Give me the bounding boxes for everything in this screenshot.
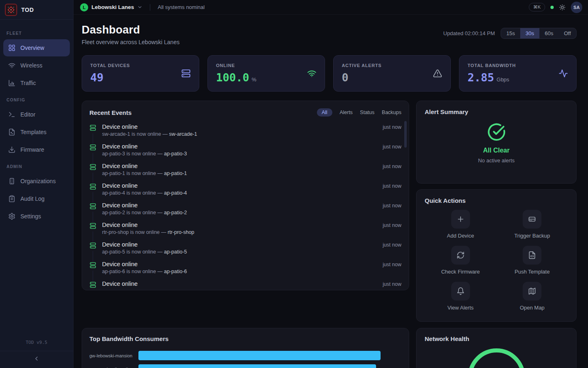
- sidebar-item-label: Settings: [20, 213, 41, 220]
- event-detail: ap-patio-6 is now online — ap-patio-6: [102, 269, 187, 274]
- stat-label: TOTAL DEVICES: [90, 63, 130, 68]
- quick-actions-card: Quick Actions Add Device: [416, 189, 577, 322]
- event-separator: —: [158, 171, 163, 176]
- filter-alerts[interactable]: Alerts: [340, 110, 353, 115]
- event-time: just now: [383, 202, 401, 209]
- event-title: Device online: [102, 280, 138, 287]
- sidebar-item-label: Overview: [20, 45, 44, 51]
- alert-status-text: All Clear: [483, 147, 510, 154]
- stat-label: TOTAL BANDWIDTH: [468, 63, 516, 68]
- bandwidth-consumers-card: Top Bandwidth Consumers gw-lebowski-mans…: [82, 328, 409, 368]
- wifi-icon: [307, 69, 316, 78]
- server-icon: [181, 69, 191, 78]
- bar-chart-icon: [8, 79, 16, 87]
- add-device-button[interactable]: Add Device: [425, 210, 497, 239]
- event-row: Device onlineap-patio-5 is now online — …: [82, 238, 409, 258]
- filter-all[interactable]: All: [317, 108, 332, 117]
- server-icon: [89, 164, 97, 171]
- trigger-backup-button[interactable]: Trigger Backup: [497, 210, 568, 239]
- quick-action-label: Trigger Backup: [514, 233, 550, 239]
- sidebar-item-firmware[interactable]: Firmware: [3, 141, 70, 158]
- server-icon: [89, 124, 97, 131]
- event-device: ap-patio-5: [164, 249, 187, 255]
- server-icon: [89, 262, 97, 269]
- event-row: Device onlineap-patio-4 is now online — …: [82, 180, 409, 199]
- event-row: Device onlineap-patio-2 is now online — …: [82, 199, 409, 219]
- org-name: Lebowski Lanes: [91, 4, 134, 10]
- event-time: just now: [383, 261, 401, 267]
- event-time: just now: [383, 280, 401, 287]
- sidebar-item-traffic[interactable]: Traffic: [3, 74, 70, 92]
- app-logo-icon: [5, 4, 17, 16]
- plus-icon: [451, 210, 470, 229]
- event-title: Device online: [102, 143, 187, 150]
- check-firmware-button[interactable]: Check Firmware: [425, 246, 497, 275]
- bandwidth-row-label: sw-core-bowling-alley: [89, 367, 135, 368]
- events-scrollbar[interactable]: [404, 121, 407, 148]
- event-separator: —: [158, 190, 163, 196]
- user-avatar[interactable]: SA: [571, 2, 582, 13]
- page-subtitle: Fleet overview across Lebowski Lanes: [82, 39, 180, 45]
- recent-events-card: Recent Events All Alerts Status Backups …: [82, 101, 409, 290]
- logo-row: TOD: [0, 0, 73, 20]
- event-time: just now: [383, 163, 401, 169]
- sidebar-item-wireless[interactable]: Wireless: [3, 57, 70, 74]
- activity-icon: [559, 69, 568, 78]
- event-title: Device online: [102, 222, 194, 228]
- sidebar-item-label: Firmware: [20, 146, 44, 153]
- event-row: Device online just now: [82, 278, 409, 290]
- sun-icon: [559, 4, 566, 11]
- filter-backups[interactable]: Backups: [382, 110, 401, 115]
- event-detail: ap-patio-4 is now online — ap-patio-4: [102, 190, 187, 196]
- refresh-30s-button[interactable]: 30s: [520, 28, 539, 38]
- sidebar-item-overview[interactable]: Overview: [3, 39, 70, 56]
- server-icon: [89, 144, 97, 151]
- quick-action-label: Check Firmware: [441, 269, 480, 275]
- push-template-button[interactable]: Push Template: [497, 246, 568, 275]
- stat-unit: %: [252, 76, 256, 83]
- hard-drive-icon: [523, 210, 541, 229]
- org-avatar: L: [80, 3, 88, 11]
- sidebar-item-label: Traffic: [20, 80, 36, 86]
- sidebar-item-templates[interactable]: Templates: [3, 123, 70, 141]
- sidebar-nav: FLEET Overview Wireless Traffic CONFIG: [0, 20, 73, 336]
- open-map-button[interactable]: Open Map: [497, 282, 568, 311]
- event-separator: —: [158, 210, 163, 215]
- event-time: just now: [383, 241, 401, 248]
- server-icon: [89, 203, 97, 210]
- view-alerts-button[interactable]: View Alerts: [425, 282, 497, 311]
- stat-card-total-bandwidth: TOTAL BANDWIDTH 2.85 Gbps: [459, 55, 577, 92]
- alert-detail-text: No active alerts: [478, 157, 515, 164]
- sidebar-item-settings[interactable]: Settings: [3, 208, 70, 225]
- event-title: Device online: [102, 202, 187, 209]
- event-detail: ap-patio-2 is now online — ap-patio-2: [102, 210, 187, 215]
- sidebar-item-label: Editor: [20, 111, 36, 118]
- sidebar-collapse-button[interactable]: [0, 351, 73, 366]
- server-icon: [89, 281, 97, 288]
- refresh-15s-button[interactable]: 15s: [501, 28, 520, 38]
- topbar-divider: [150, 4, 150, 11]
- sidebar-item-label: Organizations: [20, 178, 56, 184]
- event-row: Device onlineap-patio-1 is now online — …: [82, 160, 409, 180]
- event-detail: ap-patio-3 is now online — ap-patio-3: [102, 151, 187, 157]
- event-title: Device online: [102, 182, 187, 189]
- sidebar-item-organizations[interactable]: Organizations: [3, 173, 70, 190]
- theme-toggle-button[interactable]: [559, 4, 566, 11]
- sidebar-item-editor[interactable]: Editor: [3, 106, 70, 123]
- sidebar-item-audit-log[interactable]: Audit Log: [3, 190, 70, 207]
- refresh-60s-button[interactable]: 60s: [539, 28, 559, 38]
- alert-summary-card: Alert Summary All Clear No active alerts: [416, 101, 577, 184]
- status-dot: [550, 6, 554, 9]
- app-version: TOD v9.5: [0, 336, 73, 351]
- updated-timestamp: Updated 02:00:14 PM: [443, 30, 495, 36]
- filter-status[interactable]: Status: [360, 110, 374, 115]
- file-code-icon: [8, 128, 16, 136]
- sidebar-footer: TOD v9.5: [0, 336, 73, 368]
- event-device: ap-patio-4: [164, 190, 187, 196]
- refresh-off-button[interactable]: Off: [559, 28, 576, 38]
- event-row: Device onlineap-patio-6 is now online — …: [82, 258, 409, 278]
- event-device: ap-patio-2: [164, 210, 187, 215]
- org-selector[interactable]: L Lebowski Lanes: [80, 3, 143, 11]
- event-device: sw-arcade-1: [169, 131, 197, 137]
- command-palette-button[interactable]: ⌘K: [529, 3, 545, 11]
